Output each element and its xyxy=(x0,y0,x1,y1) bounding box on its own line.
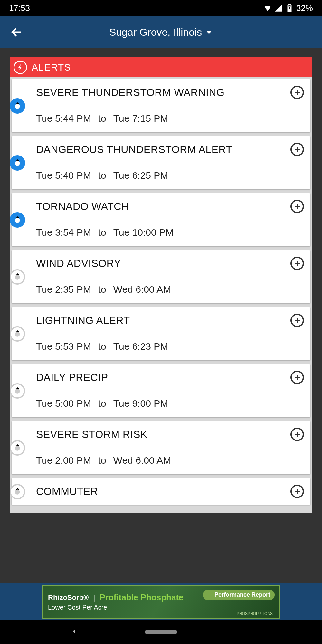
svg-point-7 xyxy=(15,446,20,450)
alert-to: Tue 6:23 PM xyxy=(113,341,168,352)
system-back-button[interactable] xyxy=(71,628,78,636)
alert-from: Tue 2:35 PM xyxy=(36,284,91,295)
alert-title: COMMUTER xyxy=(36,486,98,497)
alert-timerange: Tue 2:35 PMtoWed 6:00 AM xyxy=(36,277,310,303)
battery-percent: 32% xyxy=(296,3,313,13)
system-nav-bar xyxy=(0,620,322,644)
alert-timerange: Tue 5:00 PMtoTue 9:00 PM xyxy=(36,391,310,417)
alert-card[interactable]: LIGHTNING ALERTTue 5:53 PMtoTue 6:23 PM xyxy=(12,307,310,360)
footer: RhizoSorb® | Profitable Phosphate Lower … xyxy=(0,583,322,644)
to-label: to xyxy=(98,227,106,238)
status-icons: 32% xyxy=(263,3,313,13)
alert-card[interactable]: DAILY PRECIPTue 5:00 PMtoTue 9:00 PM xyxy=(12,364,310,417)
expand-button[interactable] xyxy=(290,428,304,441)
alert-to: Tue 6:25 PM xyxy=(113,170,168,181)
alerts-panel: ALERTS SEVERE THUNDERSTORM WARNINGTue 5:… xyxy=(10,57,312,513)
alert-card[interactable]: WIND ADVISORYTue 2:35 PMtoWed 6:00 AM xyxy=(12,250,310,303)
plus-icon xyxy=(293,374,301,381)
expand-button[interactable] xyxy=(290,485,304,498)
alerts-heading: ALERTS xyxy=(32,62,71,73)
alert-card[interactable]: SEVERE THUNDERSTORM WARNINGTue 5:44 PMto… xyxy=(12,79,310,132)
location-label: Sugar Grove, Illinois xyxy=(109,26,202,38)
alert-title: LIGHTNING ALERT xyxy=(36,315,130,327)
alert-from: Tue 5:44 PM xyxy=(36,113,91,124)
alert-status-icon xyxy=(10,440,25,456)
expand-button[interactable] xyxy=(290,200,304,213)
alert-bolt-icon xyxy=(14,61,27,74)
plus-icon xyxy=(293,260,301,267)
app-bar: Sugar Grove, Illinois xyxy=(0,16,322,48)
to-label: to xyxy=(98,398,106,409)
alert-to: Tue 9:00 PM xyxy=(113,398,168,409)
alert-from: Tue 2:00 PM xyxy=(36,455,91,466)
svg-point-8 xyxy=(15,489,20,494)
ad-bar: RhizoSorb® | Profitable Phosphate Lower … xyxy=(0,583,322,620)
alert-to: Wed 6:00 AM xyxy=(113,455,171,466)
to-label: to xyxy=(98,455,106,466)
alert-status-icon xyxy=(10,326,25,342)
alert-from: Tue 5:53 PM xyxy=(36,341,91,352)
alerts-list[interactable]: SEVERE THUNDERSTORM WARNINGTue 5:44 PMto… xyxy=(10,77,312,513)
alert-card[interactable]: TORNADO WATCHTue 3:54 PMtoTue 10:00 PM xyxy=(12,193,310,246)
ad-banner[interactable]: RhizoSorb® | Profitable Phosphate Lower … xyxy=(42,585,280,619)
svg-point-2 xyxy=(15,161,20,166)
alert-status-icon xyxy=(10,98,25,114)
alert-status-icon xyxy=(10,212,25,228)
alert-timerange: Tue 5:40 PMtoTue 6:25 PM xyxy=(36,163,310,189)
wifi-icon xyxy=(263,4,272,12)
svg-point-1 xyxy=(15,104,20,109)
to-label: to xyxy=(98,170,106,181)
alert-status-icon xyxy=(10,484,25,499)
alert-title: SEVERE THUNDERSTORM WARNING xyxy=(36,87,224,99)
alert-title: DANGEROUS THUNDERSTORM ALERT xyxy=(36,144,232,156)
battery-icon xyxy=(285,4,294,12)
to-label: to xyxy=(98,113,106,124)
alert-timerange: Tue 5:44 PMtoTue 7:15 PM xyxy=(36,106,310,132)
alert-status-icon xyxy=(10,269,25,285)
expand-button[interactable] xyxy=(290,257,304,270)
expand-button[interactable] xyxy=(290,86,304,99)
alert-timerange: Tue 5:53 PMtoTue 6:23 PM xyxy=(36,334,310,360)
system-home-pill[interactable] xyxy=(145,630,177,634)
alert-timerange: Tue 2:00 PMtoWed 6:00 AM xyxy=(36,448,310,474)
ad-brand: RhizoSorb® xyxy=(48,593,89,602)
ad-cta-button[interactable]: Performance Report xyxy=(203,590,275,600)
alert-title: TORNADO WATCH xyxy=(36,201,129,213)
alerts-header: ALERTS xyxy=(10,57,312,77)
alert-title: WIND ADVISORY xyxy=(36,258,121,270)
alert-card[interactable]: COMMUTER xyxy=(12,478,310,505)
expand-button[interactable] xyxy=(290,371,304,384)
download-icon xyxy=(207,592,213,598)
signal-icon xyxy=(274,4,283,12)
plus-icon xyxy=(293,488,301,495)
alert-from: Tue 5:00 PM xyxy=(36,398,91,409)
svg-rect-0 xyxy=(289,9,291,11)
expand-button[interactable] xyxy=(290,314,304,327)
alert-to: Tue 10:00 PM xyxy=(113,227,174,238)
to-label: to xyxy=(98,284,106,295)
ad-subtext: Lower Cost Per Acre xyxy=(48,604,274,611)
dropdown-icon xyxy=(205,28,213,36)
alert-card[interactable]: DANGEROUS THUNDERSTORM ALERTTue 5:40 PMt… xyxy=(12,136,310,189)
plus-icon xyxy=(293,431,301,438)
alert-status-icon xyxy=(10,155,25,171)
alert-card[interactable]: SEVERE STORM RISKTue 2:00 PMtoWed 6:00 A… xyxy=(12,421,310,474)
plus-icon xyxy=(293,146,301,153)
ad-headline: Profitable Phosphate xyxy=(99,592,183,602)
svg-point-6 xyxy=(15,389,20,393)
alert-to: Wed 6:00 AM xyxy=(113,284,171,295)
alert-from: Tue 5:40 PM xyxy=(36,170,91,181)
svg-point-5 xyxy=(15,332,20,336)
alert-title: DAILY PRECIP xyxy=(36,372,108,384)
plus-icon xyxy=(293,317,301,324)
alert-status-icon xyxy=(10,383,25,399)
alert-from: Tue 3:54 PM xyxy=(36,227,91,238)
svg-point-3 xyxy=(15,218,20,223)
ad-tag: PHOSPHOLUTIONS xyxy=(237,611,273,616)
alert-title: SEVERE STORM RISK xyxy=(36,429,147,440)
expand-button[interactable] xyxy=(290,143,304,156)
location-selector[interactable]: Sugar Grove, Illinois xyxy=(9,26,313,38)
to-label: to xyxy=(98,341,106,352)
main-content: ALERTS SEVERE THUNDERSTORM WARNINGTue 5:… xyxy=(0,48,322,616)
status-bar: 17:53 32% xyxy=(0,0,322,16)
